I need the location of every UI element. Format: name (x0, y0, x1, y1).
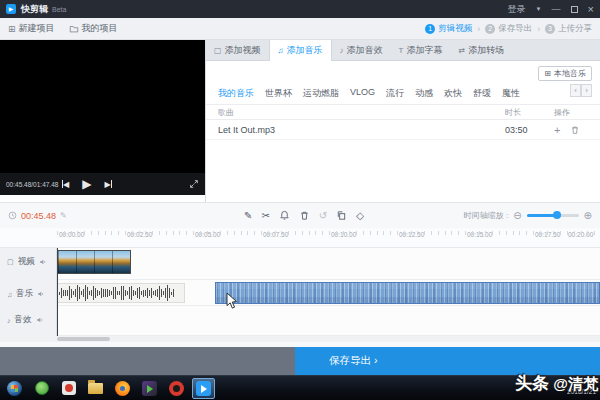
song-duration: 03:50 (505, 125, 528, 135)
music-table-row[interactable]: Let It Out.mp3 03:50 + (206, 120, 600, 140)
category-dynamic[interactable]: 动感 (415, 87, 433, 100)
video-clip-thumbnails[interactable] (57, 250, 131, 274)
tab-add-subtitle-label: 添加字幕 (406, 44, 442, 57)
step-separator: › (537, 24, 540, 34)
timeline-section: 00:45.48 ✎ ✎ ✂ ↺ ◇ 时间轴缩放 : ⊖ ⊕ (0, 202, 600, 347)
step-edit-video[interactable]: 1 剪辑视频 (425, 23, 472, 35)
zoom-out-icon[interactable]: ⊖ (513, 210, 521, 221)
music-waveform[interactable] (57, 283, 185, 303)
category-magic[interactable]: 魔性 (502, 87, 520, 100)
media-tabbar: ▢ 添加视频 ♫ 添加音乐 ♪ 添加音效 T 添加字幕 ⇄ 添加转场 (206, 40, 600, 61)
taskbar-item-browser[interactable] (57, 378, 80, 399)
track-label-video[interactable]: ▢ 视频 (0, 256, 57, 268)
tab-add-music[interactable]: ♫ 添加音乐 (269, 40, 332, 61)
taskbar-item-player[interactable] (138, 378, 161, 399)
timeline-ruler[interactable]: 00:00.00 00:02.50 00:05.00 00:07.50 00:1… (0, 228, 600, 248)
music-note-icon: ♫ (278, 46, 284, 55)
taskbar-item-recorder[interactable] (165, 378, 188, 399)
app-window: ▶ 快剪辑 Beta 登录 ▼ — × ⊞ 新建项目 我的项目 1 剪辑视频 › (0, 0, 600, 400)
windows-taskbar (0, 375, 600, 400)
timeline-zoom-label: 时间轴缩放 : (464, 210, 508, 221)
workflow-steps: 1 剪辑视频 › 2 保存导出 › 3 上传分享 (425, 23, 592, 35)
cut-icon[interactable]: ✂ (261, 210, 269, 221)
category-soothing[interactable]: 舒缓 (473, 87, 491, 100)
save-export-button[interactable]: 保存导出 › (295, 347, 600, 375)
taskbar-item-firefox[interactable] (111, 378, 134, 399)
edit-clip-icon[interactable]: ✎ (244, 210, 252, 221)
prev-frame-button[interactable]: ◀ (62, 180, 69, 189)
track-label-sound[interactable]: ♪ 音效 (0, 314, 57, 326)
recorder-icon (169, 381, 184, 396)
step-save-export[interactable]: 2 保存导出 (485, 23, 532, 35)
undo-icon[interactable]: ↺ (319, 210, 327, 221)
new-project-label: 新建项目 (19, 22, 55, 35)
explorer-folder-icon (88, 383, 103, 394)
bell-icon[interactable] (279, 210, 290, 221)
page-prev-button[interactable]: ‹ (570, 84, 581, 97)
scrollbar-thumb[interactable] (57, 337, 110, 341)
song-title: Let It Out.mp3 (218, 125, 275, 135)
start-button[interactable] (3, 378, 26, 399)
zoom-slider-knob[interactable] (553, 211, 561, 219)
tab-add-transition[interactable]: ⇄ 添加转场 (450, 40, 512, 61)
maximize-button[interactable] (571, 6, 578, 13)
category-my-music[interactable]: 我的音乐 (218, 87, 254, 100)
new-project-icon: ⊞ (8, 24, 16, 34)
app-logo-icon: ▶ (6, 4, 16, 14)
my-project-button[interactable]: 我的项目 (69, 22, 118, 35)
my-project-label: 我的项目 (82, 22, 118, 35)
delete-clip-icon[interactable] (299, 210, 310, 221)
timeline-zoom-slider[interactable] (527, 214, 579, 217)
speaker-icon[interactable] (36, 316, 44, 324)
step-upload-share[interactable]: 3 上传分享 (545, 23, 592, 35)
taskbar-item-explorer[interactable] (84, 378, 107, 399)
login-button[interactable]: 登录 (508, 3, 526, 16)
taskbar-item-kuaijianji[interactable] (192, 378, 215, 399)
close-button[interactable]: × (588, 3, 594, 15)
edit-time-icon[interactable]: ✎ (60, 211, 67, 220)
menu-caret-icon[interactable]: ▼ (536, 6, 542, 12)
col-action: 操作 (554, 107, 570, 118)
tab-add-subtitle[interactable]: T 添加字幕 (391, 40, 451, 61)
tab-add-sound[interactable]: ♪ 添加音效 (332, 40, 391, 61)
tab-add-video[interactable]: ▢ 添加视频 (206, 40, 269, 61)
ruler-ticks (57, 231, 600, 235)
playhead[interactable] (57, 248, 58, 336)
new-project-button[interactable]: ⊞ 新建项目 (8, 22, 55, 35)
add-song-button[interactable]: + (554, 124, 560, 136)
music-note-icon: ♫ (7, 291, 12, 298)
minimize-button[interactable]: — (552, 4, 561, 14)
step-3-label: 上传分享 (558, 23, 592, 35)
fullscreen-icon[interactable] (189, 179, 199, 189)
speaker-icon[interactable] (37, 290, 45, 298)
step-1-label: 剪辑视频 (438, 23, 472, 35)
track-label-music[interactable]: ♫ 音乐 (0, 288, 57, 300)
music-track[interactable] (57, 280, 600, 306)
page-next-button[interactable]: › (581, 84, 592, 97)
tab-add-music-label: 添加音乐 (287, 44, 323, 57)
speaker-icon[interactable] (39, 258, 47, 266)
video-frame-icon: ▢ (7, 258, 14, 266)
copy-icon[interactable] (336, 210, 347, 221)
local-music-button[interactable]: ⊞ 本地音乐 (538, 66, 592, 81)
play-button[interactable]: ▶ (82, 177, 91, 191)
marker-icon[interactable]: ◇ (356, 210, 364, 221)
category-vlog[interactable]: VLOG (350, 87, 375, 100)
taskbar-item-antivirus[interactable] (30, 378, 53, 399)
category-cheerful[interactable]: 欢快 (444, 87, 462, 100)
antivirus-icon (35, 381, 49, 395)
step-2-circle: 2 (485, 24, 495, 34)
next-frame-button[interactable]: ▶ (104, 180, 111, 189)
horizontal-scrollbar[interactable] (0, 336, 600, 342)
sound-track[interactable] (57, 306, 600, 336)
footer-bar: 保存导出 › (0, 347, 600, 375)
category-pop[interactable]: 流行 (386, 87, 404, 100)
category-worldcup[interactable]: 世界杯 (265, 87, 292, 100)
music-clip-selected[interactable] (215, 282, 600, 304)
video-track[interactable] (57, 248, 600, 280)
category-sport[interactable]: 运动燃脂 (303, 87, 339, 100)
delete-song-icon[interactable] (570, 125, 580, 135)
clock-icon (8, 211, 17, 220)
watermark: 头条 @清梵 (515, 372, 598, 395)
zoom-in-icon[interactable]: ⊕ (584, 210, 592, 221)
